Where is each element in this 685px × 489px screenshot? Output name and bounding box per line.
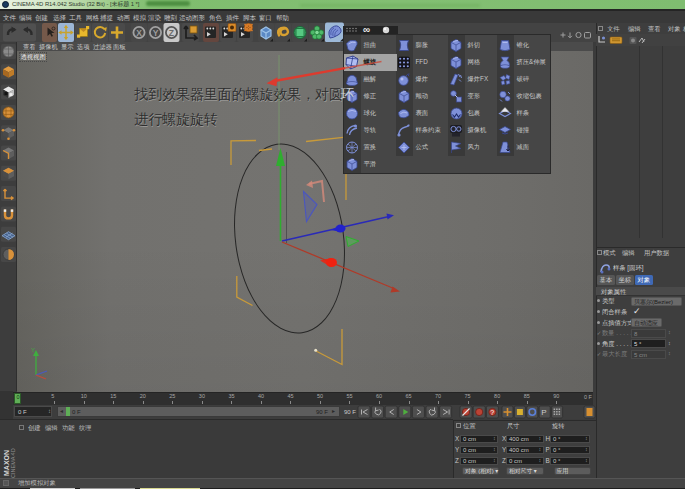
svg-text:P: P	[541, 408, 546, 417]
svg-text:X: X	[136, 28, 142, 38]
svg-text:Y: Y	[153, 28, 159, 38]
svg-text:?: ?	[490, 409, 494, 416]
svg-text:∞: ∞	[363, 26, 370, 34]
svg-text:Z: Z	[169, 28, 174, 38]
svg-text:Y: Y	[31, 347, 35, 353]
